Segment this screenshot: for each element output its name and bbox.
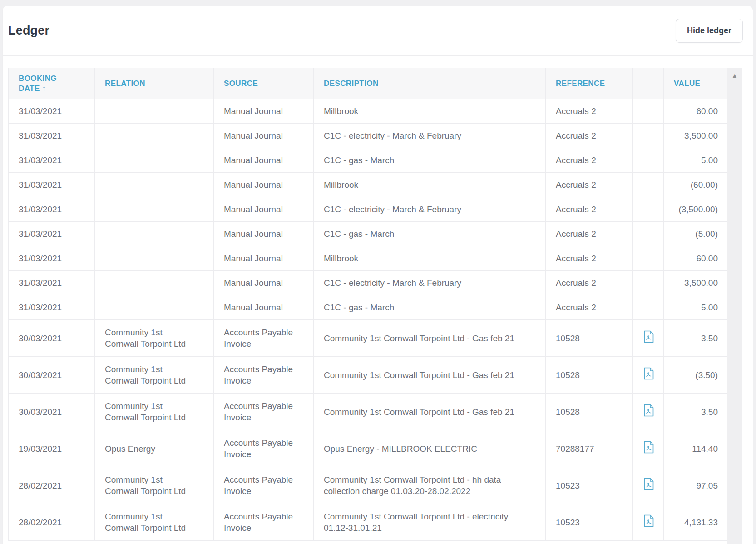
table-row[interactable]: 31/03/2021Manual JournalC1C - gas - Marc… <box>9 222 727 246</box>
cell-text: 30/03/2021 <box>19 407 62 417</box>
column-header-reference[interactable]: REFERENCE <box>546 68 633 99</box>
cell-text: (3,500.00) <box>678 205 718 214</box>
cell-reference: Accruals 2 <box>546 173 633 197</box>
cell-text: Accruals 2 <box>556 205 596 214</box>
table-row[interactable]: 31/03/2021Manual JournalC1C - gas - Marc… <box>9 295 727 320</box>
table-row[interactable]: 31/03/2021Manual JournalMillbrookAccrual… <box>9 173 727 197</box>
cell-booking-date: 31/03/2021 <box>9 124 95 148</box>
cell-text: 60.00 <box>696 106 718 116</box>
cell-attachment <box>633 197 664 222</box>
column-header-booking-date[interactable]: BOOKING DATE↑ <box>9 68 95 99</box>
pdf-attachment-icon[interactable] <box>643 477 655 491</box>
table-row[interactable]: 31/03/2021Manual JournalC1C - electricit… <box>9 197 727 222</box>
cell-reference: 10523 <box>546 467 633 504</box>
cell-description: C1C - gas - March <box>314 295 546 320</box>
hide-ledger-button[interactable]: Hide ledger <box>676 19 743 43</box>
pdf-attachment-icon[interactable] <box>643 514 655 528</box>
cell-text: 10528 <box>556 370 580 380</box>
cell-source: Accounts Payable Invoice <box>214 357 314 394</box>
cell-attachment <box>633 124 664 148</box>
cell-source: Manual Journal <box>214 173 314 197</box>
table-area: BOOKING DATE↑ RELATION SOURCE DESCRIPTIO… <box>3 56 753 544</box>
cell-reference: Accruals 2 <box>546 148 633 173</box>
cell-text: Manual Journal <box>224 204 283 215</box>
cell-text: Millbrook <box>324 179 358 190</box>
pdf-attachment-icon[interactable] <box>643 330 655 344</box>
table-row[interactable]: 30/03/2021Community 1st Cornwall Torpoin… <box>9 394 727 430</box>
cell-attachment <box>633 173 664 197</box>
table-row[interactable]: 30/03/2021Community 1st Cornwall Torpoin… <box>9 320 727 357</box>
cell-text: Community 1st Cornwall Torpoint Ltd - el… <box>324 511 535 534</box>
cell-description: C1C - electricity - March & February <box>314 124 546 148</box>
column-header-attachment[interactable] <box>633 68 664 99</box>
cell-text: Manual Journal <box>224 130 283 141</box>
cell-text: Community 1st Cornwall Torpoint Ltd <box>105 400 193 423</box>
cell-value: 97.05 <box>664 467 727 504</box>
cell-reference: 70288177 <box>546 430 633 467</box>
cell-reference: Accruals 2 <box>546 271 633 295</box>
cell-attachment <box>633 271 664 295</box>
cell-value: (3,500.00) <box>664 197 727 222</box>
cell-description: Community 1st Cornwall Torpoint Ltd - Ga… <box>314 394 546 430</box>
cell-text: C1C - gas - March <box>324 155 394 166</box>
cell-text: 30/03/2021 <box>19 370 62 380</box>
cell-text: 114.40 <box>692 444 718 454</box>
pdf-attachment-icon[interactable] <box>643 367 655 380</box>
cell-text: (60.00) <box>691 180 718 190</box>
cell-text: 28/02/2021 <box>19 518 62 527</box>
cell-text: C1C - electricity - March & February <box>324 204 461 215</box>
cell-booking-date: 30/03/2021 <box>9 320 95 357</box>
cell-text: 10523 <box>556 481 580 490</box>
cell-text: Accruals 2 <box>556 106 596 116</box>
cell-booking-date: 30/03/2021 <box>9 394 95 430</box>
table-row[interactable]: 31/03/2021Manual JournalC1C - electricit… <box>9 124 727 148</box>
cell-text: C1C - gas - March <box>324 228 394 240</box>
cell-value: 4,131.33 <box>664 504 727 541</box>
cell-value: 3.50 <box>664 320 727 357</box>
cell-reference: 10523 <box>546 504 633 541</box>
cell-source: Manual Journal <box>214 295 314 320</box>
column-header-relation[interactable]: RELATION <box>95 68 214 99</box>
pdf-attachment-icon[interactable] <box>643 440 655 454</box>
scroll-up-arrow-icon[interactable]: ▲ <box>727 72 742 79</box>
table-row[interactable]: 31/03/2021Manual JournalC1C - gas - Marc… <box>9 148 727 173</box>
cell-source: Manual Journal <box>214 148 314 173</box>
table-row[interactable]: 31/03/2021Manual JournalMillbrookAccrual… <box>9 246 727 271</box>
column-header-source[interactable]: SOURCE <box>214 68 314 99</box>
cell-text: Accounts Payable Invoice <box>224 437 302 460</box>
cell-description: Millbrook <box>314 99 546 124</box>
cell-text: C1C - electricity - March & February <box>324 130 461 141</box>
cell-reference: Accruals 2 <box>546 197 633 222</box>
cell-relation: Community 1st Cornwall Torpoint Ltd <box>95 467 214 504</box>
column-header-description[interactable]: DESCRIPTION <box>314 68 546 99</box>
cell-description: Community 1st Cornwall Torpoint Ltd - hh… <box>314 467 546 504</box>
cell-value: 3.50 <box>664 394 727 430</box>
cell-text: Millbrook <box>324 253 358 264</box>
cell-description: C1C - gas - March <box>314 148 546 173</box>
pdf-attachment-icon[interactable] <box>643 404 655 417</box>
cell-relation <box>95 222 214 246</box>
table-row[interactable]: 31/03/2021Manual JournalC1C - electricit… <box>9 271 727 295</box>
column-header-value[interactable]: VALUE <box>664 68 727 99</box>
table-row[interactable]: 19/03/2021Opus EnergyAccounts Payable In… <box>9 430 727 467</box>
cell-text: 31/03/2021 <box>19 131 62 140</box>
table-row[interactable]: 31/03/2021Manual JournalMillbrookAccrual… <box>9 99 727 124</box>
cell-attachment <box>633 357 664 394</box>
cell-text: Community 1st Cornwall Torpoint Ltd <box>105 327 193 349</box>
ledger-panel: Ledger Hide ledger BOOKING DATE↑ RELATIO… <box>3 6 753 544</box>
cell-attachment <box>633 394 664 430</box>
cell-reference: 10528 <box>546 357 633 394</box>
page-title: Ledger <box>8 24 49 38</box>
cell-relation: Community 1st Cornwall Torpoint Ltd <box>95 504 214 541</box>
cell-text: Manual Journal <box>224 179 283 190</box>
cell-description: C1C - electricity - March & February <box>314 271 546 295</box>
table-row[interactable]: 28/02/2021Community 1st Cornwall Torpoin… <box>9 467 727 504</box>
table-row[interactable]: 28/02/2021Community 1st Cornwall Torpoin… <box>9 504 727 541</box>
cell-attachment <box>633 148 664 173</box>
ledger-table: BOOKING DATE↑ RELATION SOURCE DESCRIPTIO… <box>8 68 727 541</box>
cell-text: 70288177 <box>556 444 594 454</box>
cell-value: 60.00 <box>664 99 727 124</box>
cell-source: Accounts Payable Invoice <box>214 504 314 541</box>
vertical-scrollbar[interactable]: ▲ <box>727 68 742 544</box>
table-row[interactable]: 30/03/2021Community 1st Cornwall Torpoin… <box>9 357 727 394</box>
